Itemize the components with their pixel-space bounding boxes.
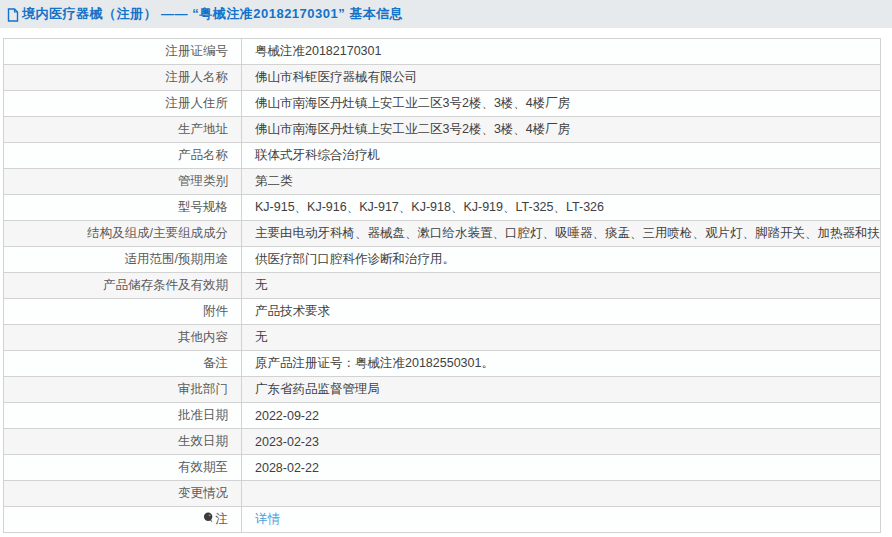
table-row: 注册证编号粤械注准20182170301 (4, 39, 881, 65)
page-title: 境内医疗器械（注册） —— “粤械注准20182170301” 基本信息 (22, 5, 403, 23)
row-label: 备注 (4, 351, 242, 377)
row-label: 附件 (4, 299, 242, 325)
table-row: 变更情况 (4, 481, 881, 507)
row-value: 无 (242, 273, 881, 299)
row-label: 批准日期 (4, 403, 242, 429)
table-row: 附件产品技术要求 (4, 299, 881, 325)
row-value: 原产品注册证号：粤械注准20182550301。 (242, 351, 881, 377)
row-value: 第二类 (242, 169, 881, 195)
row-value: 联体式牙科综合治疗机 (242, 143, 881, 169)
row-label: 生效日期 (4, 429, 242, 455)
table-row: 备注原产品注册证号：粤械注准20182550301。 (4, 351, 881, 377)
row-value (242, 481, 881, 507)
table-row: 审批部门广东省药品监督管理局 (4, 377, 881, 403)
row-value: 供医疗部门口腔科作诊断和治疗用。 (242, 247, 881, 273)
row-label: 产品名称 (4, 143, 242, 169)
table-row: 生效日期2023-02-23 (4, 429, 881, 455)
detail-link[interactable]: 详情 (255, 512, 280, 526)
table-row: 注详情 (4, 507, 881, 533)
row-label: 注册人住所 (4, 91, 242, 117)
row-label: 注册证编号 (4, 39, 242, 65)
row-label: 生产地址 (4, 117, 242, 143)
row-value: 佛山市科钜医疗器械有限公司 (242, 65, 881, 91)
table-row: 生产地址佛山市南海区丹灶镇上安工业二区3号2楼、3楼、4楼厂房 (4, 117, 881, 143)
row-value: 2022-09-22 (242, 403, 881, 429)
table-row: 产品储存条件及有效期无 (4, 273, 881, 299)
row-value: 粤械注准20182170301 (242, 39, 881, 65)
table-row: 适用范围/预期用途供医疗部门口腔科作诊断和治疗用。 (4, 247, 881, 273)
row-label: 适用范围/预期用途 (4, 247, 242, 273)
table-row: 批准日期2022-09-22 (4, 403, 881, 429)
page-header: 境内医疗器械（注册） —— “粤械注准20182170301” 基本信息 (0, 0, 892, 28)
row-label: 型号规格 (4, 195, 242, 221)
row-value: 主要由电动牙科椅、器械盘、漱口给水装置、口腔灯、吸唾器、痰盂、三用喷枪、观片灯、… (242, 221, 881, 247)
table-row: 注册人住所佛山市南海区丹灶镇上安工业二区3号2楼、3楼、4楼厂房 (4, 91, 881, 117)
row-label: 变更情况 (4, 481, 242, 507)
row-label: 产品储存条件及有效期 (4, 273, 242, 299)
row-label: 管理类别 (4, 169, 242, 195)
row-value: 无 (242, 325, 881, 351)
row-value: 佛山市南海区丹灶镇上安工业二区3号2楼、3楼、4楼厂房 (242, 91, 881, 117)
row-value: 广东省药品监督管理局 (242, 377, 881, 403)
document-icon (7, 8, 19, 22)
table-row: 有效期至2028-02-22 (4, 455, 881, 481)
row-label: 注册人名称 (4, 65, 242, 91)
row-label: 有效期至 (4, 455, 242, 481)
table-row: 型号规格KJ-915、KJ-916、KJ-917、KJ-918、KJ-919、L… (4, 195, 881, 221)
row-value: 2023-02-23 (242, 429, 881, 455)
row-value: 产品技术要求 (242, 299, 881, 325)
registration-info-table: 注册证编号粤械注准20182170301注册人名称佛山市科钜医疗器械有限公司注册… (3, 38, 881, 533)
row-value: KJ-915、KJ-916、KJ-917、KJ-918、KJ-919、LT-32… (242, 195, 881, 221)
row-label: 其他内容 (4, 325, 242, 351)
row-label: 注 (4, 507, 242, 533)
row-value: 佛山市南海区丹灶镇上安工业二区3号2楼、3楼、4楼厂房 (242, 117, 881, 143)
table-row: 其他内容无 (4, 325, 881, 351)
row-label: 结构及组成/主要组成成分 (4, 221, 242, 247)
note-icon (203, 512, 214, 527)
table-row: 管理类别第二类 (4, 169, 881, 195)
table-row: 结构及组成/主要组成成分主要由电动牙科椅、器械盘、漱口给水装置、口腔灯、吸唾器、… (4, 221, 881, 247)
row-label: 审批部门 (4, 377, 242, 403)
row-value: 2028-02-22 (242, 455, 881, 481)
table-row: 产品名称联体式牙科综合治疗机 (4, 143, 881, 169)
row-value: 详情 (242, 507, 881, 533)
table-row: 注册人名称佛山市科钜医疗器械有限公司 (4, 65, 881, 91)
